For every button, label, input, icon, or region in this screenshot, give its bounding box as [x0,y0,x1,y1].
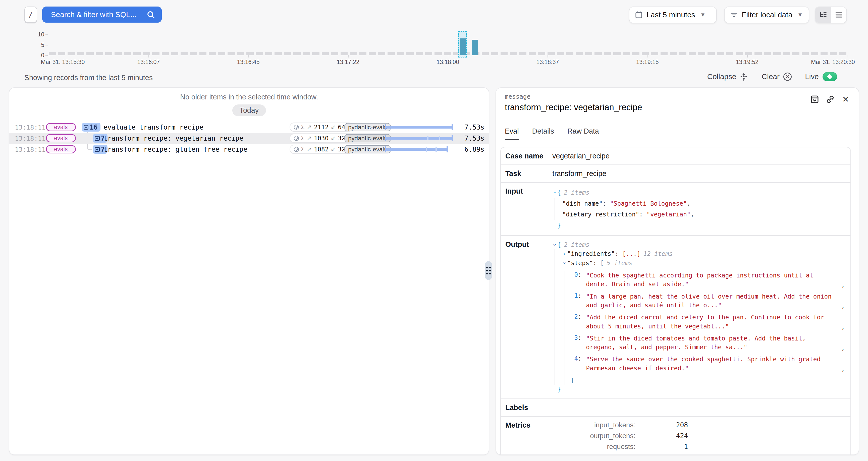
json-string-value: "Stir in the diced tomatoes and tomato p… [586,334,838,351]
tab-details[interactable]: Details [532,127,554,140]
output-tokens-arrow-icon: ↙ [331,124,336,130]
y-axis-tick-label: 0 [33,52,44,59]
tab-raw-data[interactable]: Raw Data [567,127,599,140]
json-string-value: "In a large pan, heat the olive oil over… [586,292,838,310]
trace-list-panel: No older items in the selected time wind… [9,87,489,455]
timeline-bar[interactable] [472,40,478,56]
clear-label: Clear [762,72,780,81]
x-axis-tick-label: 13:18:00 [436,59,459,65]
case-name-value: vegetarian_recipe [552,152,610,160]
json-object-body: "dish_name": "Spaghetti Bolognese","diet… [555,198,845,220]
json-items-note: 2 items [564,241,589,248]
trace-row[interactable]: 13:18:11evals+7transform_recipe: gluten_… [9,144,489,155]
metric-key: input_tokens: [552,421,636,429]
input-token-count: 2112 [314,124,329,131]
filter-icon [730,11,738,19]
input-tokens-arrow-icon: ↗ [307,135,312,142]
clear-button[interactable]: Clear ✕ [762,72,792,81]
json-object-body: ›"ingredients": [...]12 items›"steps": [… [555,249,845,385]
trace-row-duration: 7.53s [451,123,485,131]
chevron-collapsed-icon[interactable]: › [562,249,567,258]
json-array-item: 4:"Serve the sauce over the cooked spagh… [569,355,845,372]
x-axis-tick-label: 13:17:22 [337,59,360,65]
logfire-live-view: / Search & filter with SQL... Last 5 min… [0,0,868,461]
json-token: , [690,211,694,218]
input-tokens-arrow-icon: ↗ [307,146,312,153]
list-view-icon [835,11,843,19]
trace-row-time: 13:18:11 [15,124,45,131]
cost-icon [294,136,299,141]
metric-key: output_tokens: [552,432,636,440]
span-count-badge[interactable]: −16 [82,123,100,131]
expand-square-icon: + [95,147,100,152]
json-token: : [615,250,622,257]
chevron-expanded-icon[interactable]: › [549,191,560,195]
input-label: Input [505,187,552,231]
json-array-item: 2:"Add the diced carrot and celery to th… [569,313,845,331]
timeline-bar[interactable] [460,38,466,55]
chevron-expanded-icon[interactable]: › [550,243,559,248]
x-axis-tick-label: 13:18:37 [536,59,559,65]
metric-value: 424 [636,432,688,440]
timeline-chart[interactable]: 0510Mar 31. 13:15:3013:16:0713:16:4513:1… [49,32,847,56]
json-key: "dietary_restriction" [562,211,639,218]
y-axis-tick-mark [45,34,48,35]
output-row: Output ›{2 items›"ingredients": [...]12 … [501,236,850,399]
x-axis-tick-mark [348,55,349,58]
json-trailing-comma: , [838,344,845,351]
duration-bar-segment [386,126,452,128]
duration-bar [386,145,452,153]
time-range-dropdown[interactable]: Last 5 minutes ▼ [629,6,717,23]
panel-resize-handle[interactable] [485,261,492,280]
labels-row: Labels [501,399,850,417]
eval-table: Case name vegetarian_recipe Task transfo… [500,147,851,455]
list-view-button[interactable] [831,7,846,23]
service-tag: pydantic-evals [344,145,391,153]
today-pill[interactable]: Today [232,104,266,116]
duration-bar-cap [385,135,386,141]
x-axis-tick-label: Mar 31. 13:15:30 [41,59,85,65]
live-toggle-switch[interactable] [823,72,837,81]
metric-value: 1 [636,443,688,451]
search-input[interactable]: Search & filter with SQL... [42,6,162,23]
live-toggle[interactable]: Live [805,72,837,81]
task-value: transform_recipe [552,170,606,178]
x-axis-tick-label: 13:19:52 [736,59,758,65]
y-axis-tick-label: 5 [33,41,44,48]
task-row: Task transform_recipe [501,165,850,183]
archive-down-icon[interactable] [810,95,819,104]
x-axis-tick-mark [49,55,49,58]
collapse-square-icon: − [84,125,89,130]
tree-view-button[interactable] [815,7,831,23]
trace-row[interactable]: 13:18:11evals+7transform_recipe: vegetar… [9,133,489,144]
link-icon[interactable] [826,95,835,104]
service-tag: pydantic-evals [344,134,391,142]
input-json-viewer[interactable]: ›{2 items"dish_name": "Spaghetti Bologne… [552,187,845,231]
tab-eval[interactable]: Eval [505,127,519,140]
json-trailing-comma: , [838,365,845,373]
json-string-value: "Serve the sauce over the cooked spaghet… [586,355,838,372]
metrics-grid: input_tokens:208output_tokens:424request… [552,421,688,451]
json-token: : [602,200,610,207]
showing-records-text: Showing records from the last 5 minutes [24,73,153,82]
filter-local-data-dropdown[interactable]: Filter local data ▼ [724,6,809,23]
output-json-viewer[interactable]: ›{2 items›"ingredients": [...]12 items›"… [552,240,845,394]
y-axis-tick-mark [45,55,48,56]
token-usage-pill: Σ↗1082↙325 [289,145,353,154]
task-label: Task [505,170,552,178]
detail-panel: message transform_recipe: vegetarian_rec… [496,87,859,455]
duration-bar-cap [385,146,386,152]
trace-row-name: evaluate transform_recipe [103,123,204,131]
view-mode-toggle [815,6,847,23]
case-name-label: Case name [505,152,552,160]
close-icon[interactable]: ✕ [841,95,850,104]
chevron-expanded-icon[interactable]: › [560,261,569,266]
detail-title: transform_recipe: vegetarian_recipe [505,102,850,112]
trace-row[interactable]: 13:18:11evals−16evaluate transform_recip… [9,122,489,133]
x-axis-tick-mark [648,55,648,58]
duration-bar-segment [386,148,447,151]
collapse-button[interactable]: Collapse [707,72,748,81]
x-axis-tick-mark [548,55,548,58]
json-entry: "dish_name": "Spaghetti Bolognese", [562,198,845,209]
x-axis-tick-label: 13:16:45 [237,59,260,65]
